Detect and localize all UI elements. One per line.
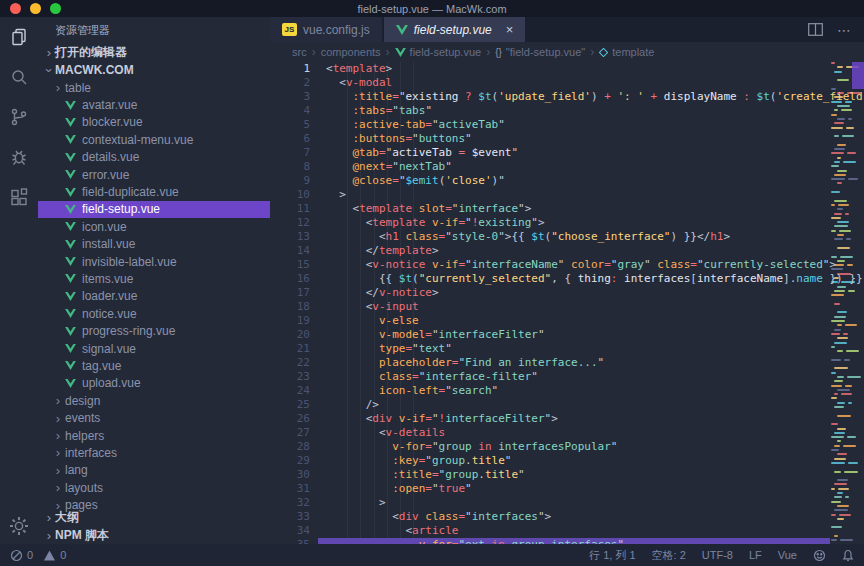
code-line-11[interactable]: 11 <template slot="interface">	[270, 202, 864, 216]
indentation-setting[interactable]: 空格: 2	[652, 548, 686, 563]
tree-item-loader-vue[interactable]: loader.vue	[38, 288, 270, 305]
tree-item-lang[interactable]: ›lang	[38, 462, 270, 479]
close-tab-icon[interactable]: ×	[506, 22, 514, 37]
tree-item-notice-vue[interactable]: notice.vue	[38, 305, 270, 322]
tree-item-upload-vue[interactable]: upload.vue	[38, 375, 270, 392]
code-line-26[interactable]: 26 <div v-if="!interfaceFilter">	[270, 412, 864, 426]
code-line-9[interactable]: 9 @close="$emit('close')"	[270, 174, 864, 188]
code-line-16[interactable]: 16 {{ $t("currently_selected", { thing: …	[270, 272, 864, 286]
breadcrumb-item[interactable]: components	[321, 46, 381, 58]
code-line-6[interactable]: 6 :buttons="buttons"	[270, 132, 864, 146]
warning-count[interactable]: 0	[60, 549, 66, 561]
open-editors-section[interactable]: › 打开的编辑器	[38, 43, 270, 61]
settings-gear-icon[interactable]	[0, 508, 38, 544]
outline-section[interactable]: › 大纲	[38, 508, 270, 526]
code-line-32[interactable]: 32 >	[270, 496, 864, 510]
tree-item-table[interactable]: ›table	[38, 79, 270, 96]
folder-chevron-icon: ›	[52, 428, 64, 443]
tree-item-helpers[interactable]: ›helpers	[38, 427, 270, 444]
code-line-29[interactable]: 29 :key="group.title"	[270, 454, 864, 468]
code-line-33[interactable]: 33 <div class="interfaces">	[270, 510, 864, 524]
tree-item-avatar-vue[interactable]: avatar.vue	[38, 96, 270, 113]
code-line-23[interactable]: 23 class="interface-filter"	[270, 370, 864, 384]
tree-item-install-vue[interactable]: install.vue	[38, 236, 270, 253]
split-editor-icon[interactable]	[808, 23, 823, 36]
tree-item-items-vue[interactable]: items.vue	[38, 270, 270, 287]
code-line-30[interactable]: 30 :title="group.title"	[270, 468, 864, 482]
code-line-21[interactable]: 21 type="text"	[270, 342, 864, 356]
code-line-7[interactable]: 7 @tab="activeTab = $event"	[270, 146, 864, 160]
breadcrumb-item[interactable]: template	[599, 46, 654, 58]
code-line-15[interactable]: 15 <v-notice v-if="interfaceName" color=…	[270, 258, 864, 272]
code-line-27[interactable]: 27 <v-details	[270, 426, 864, 440]
npm-scripts-section[interactable]: › NPM 脚本	[38, 526, 270, 544]
code-text: >	[318, 188, 346, 202]
tree-item-label: error.vue	[82, 168, 129, 182]
root-folder-label: MACWK.COM	[55, 63, 134, 77]
code-line-4[interactable]: 4 :tabs="tabs"	[270, 104, 864, 118]
tree-item-signal-vue[interactable]: signal.vue	[38, 340, 270, 357]
code-line-24[interactable]: 24 icon-left="search"	[270, 384, 864, 398]
debug-icon[interactable]	[0, 137, 38, 177]
code-line-8[interactable]: 8 @next="nextTab"	[270, 160, 864, 174]
minimap[interactable]	[830, 62, 852, 544]
scrollbar-thumb[interactable]	[852, 62, 864, 89]
code-line-25[interactable]: 25 />	[270, 398, 864, 412]
minimize-window-button[interactable]	[30, 3, 41, 14]
code-line-2[interactable]: 2 <v-modal	[270, 76, 864, 90]
tree-item-details-vue[interactable]: details.vue	[38, 149, 270, 166]
breadcrumb-item[interactable]: src	[292, 46, 307, 58]
code-line-5[interactable]: 5 :active-tab="activeTab"	[270, 118, 864, 132]
tree-item-icon-vue[interactable]: icon.vue	[38, 218, 270, 235]
code-line-1[interactable]: 1<template>	[270, 62, 864, 76]
language-mode[interactable]: Vue	[778, 549, 797, 561]
tab-field-setup-vue[interactable]: field-setup.vue ×	[384, 17, 526, 42]
code-line-34[interactable]: 34 <article	[270, 524, 864, 538]
tree-item-field-duplicate-vue[interactable]: field-duplicate.vue	[38, 183, 270, 200]
tree-item-layouts[interactable]: ›layouts	[38, 479, 270, 496]
notifications-bell-icon[interactable]	[842, 549, 854, 562]
tree-item-error-vue[interactable]: error.vue	[38, 166, 270, 183]
code-line-19[interactable]: 19 v-else	[270, 314, 864, 328]
code-line-20[interactable]: 20 v-model="interfaceFilter"	[270, 328, 864, 342]
tree-item-interfaces[interactable]: ›interfaces	[38, 444, 270, 461]
tree-item-blocker-vue[interactable]: blocker.vue	[38, 114, 270, 131]
code-line-18[interactable]: 18 <v-input	[270, 300, 864, 314]
tree-item-invisible-label-vue[interactable]: invisible-label.vue	[38, 253, 270, 270]
code-line-17[interactable]: 17 </v-notice>	[270, 286, 864, 300]
extensions-icon[interactable]	[0, 177, 38, 217]
code-line-10[interactable]: 10 >	[270, 188, 864, 202]
code-line-13[interactable]: 13 <h1 class="style-0">{{ $t("choose_int…	[270, 230, 864, 244]
more-actions-icon[interactable]: ⋯	[837, 22, 852, 38]
explorer-icon[interactable]	[0, 17, 38, 57]
encoding-setting[interactable]: UTF-8	[702, 549, 733, 561]
close-window-button[interactable]	[10, 3, 21, 14]
root-folder-section[interactable]: › MACWK.COM	[38, 61, 270, 79]
tree-item-contextual-menu-vue[interactable]: contextual-menu.vue	[38, 131, 270, 148]
breadcrumb-item[interactable]: field-setup.vue	[395, 46, 482, 58]
breadcrumb-item[interactable]: {}"field-setup.vue"	[495, 46, 585, 58]
search-icon[interactable]	[0, 57, 38, 97]
tab-vue-config-js[interactable]: JS vue.config.js	[270, 17, 382, 42]
code-line-14[interactable]: 14 </template>	[270, 244, 864, 258]
tree-item-field-setup-vue[interactable]: field-setup.vue	[38, 201, 270, 218]
cursor-position[interactable]: 行 1, 列 1	[589, 548, 635, 563]
code-line-3[interactable]: 3 :title="existing ? $t('update_field') …	[270, 90, 864, 104]
code-line-28[interactable]: 28 v-for="group in interfacesPopular"	[270, 440, 864, 454]
minimap-line	[844, 471, 858, 473]
warnings-icon[interactable]	[43, 549, 56, 562]
tree-item-progress-ring-vue[interactable]: progress-ring.vue	[38, 322, 270, 339]
tree-item-design[interactable]: ›design	[38, 392, 270, 409]
code-line-31[interactable]: 31 :open="true"	[270, 482, 864, 496]
eol-setting[interactable]: LF	[749, 549, 762, 561]
tree-item-events[interactable]: ›events	[38, 409, 270, 426]
source-control-icon[interactable]	[0, 97, 38, 137]
code-editor[interactable]: 1<template>2 <v-modal3 :title="existing …	[270, 62, 864, 544]
zoom-window-button[interactable]	[50, 3, 61, 14]
errors-icon[interactable]	[10, 549, 23, 562]
code-line-12[interactable]: 12 <template v-if="!existing">	[270, 216, 864, 230]
error-count[interactable]: 0	[27, 549, 33, 561]
feedback-smiley-icon[interactable]	[813, 549, 826, 562]
tree-item-tag-vue[interactable]: tag.vue	[38, 357, 270, 374]
code-line-22[interactable]: 22 placeholder="Find an interface..."	[270, 356, 864, 370]
